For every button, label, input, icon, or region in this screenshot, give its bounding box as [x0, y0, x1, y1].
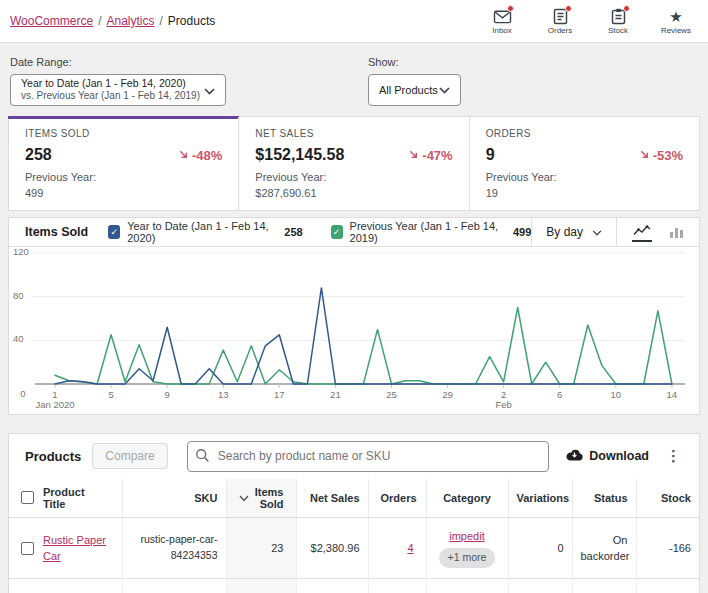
- card-previous-year: Previous Year:499: [25, 170, 222, 202]
- unread-badge: [507, 5, 514, 12]
- svg-text:21: 21: [330, 389, 341, 400]
- column-header-category[interactable]: Category: [426, 479, 508, 518]
- card-prev-label: Previous Year:: [486, 170, 683, 186]
- date-range-label: Date Range:: [10, 56, 226, 68]
- column-header-product-title[interactable]: Product Title: [9, 479, 122, 518]
- product-title-cell: Rustic Paper Car: [9, 517, 122, 578]
- stock-icon: [608, 7, 628, 25]
- category-more-badge[interactable]: +1 more: [439, 548, 496, 568]
- legend-value: 258: [284, 226, 302, 238]
- show-label: Show:: [368, 56, 461, 68]
- breadcrumb-item-woocommerce[interactable]: WooCommerce: [10, 14, 93, 28]
- orders-cell: 4: [368, 517, 426, 578]
- sku-cell: rustic-paper-car-84234353: [122, 517, 226, 578]
- summary-card-orders[interactable]: ORDERS9-53%Previous Year:19: [469, 117, 699, 210]
- column-header-items-sold[interactable]: Items Sold: [226, 479, 296, 518]
- line-chart-icon[interactable]: [632, 221, 652, 242]
- orders-icon: [550, 7, 570, 25]
- download-icon: [566, 449, 583, 464]
- column-header-sku[interactable]: SKU: [122, 479, 226, 518]
- products-title: Products: [25, 449, 81, 464]
- column-header-stock[interactable]: Stock: [636, 479, 699, 518]
- status-cell: On backorder: [572, 517, 636, 578]
- show-value: All Products: [379, 84, 438, 96]
- products-header: Products Compare Download ⋮: [9, 434, 699, 479]
- product-link[interactable]: Rustic Paper Car: [43, 532, 110, 565]
- card-label: ORDERS: [486, 128, 683, 139]
- search-input[interactable]: [187, 441, 550, 472]
- filters-row: Date Range: Year to Date (Jan 1 - Feb 14…: [0, 43, 708, 116]
- orders-link[interactable]: 4: [407, 542, 413, 554]
- checkbox-checked-icon: ✓: [108, 225, 120, 239]
- legend-label: Year to Date (Jan 1 - Feb 14, 2020): [127, 220, 274, 244]
- svg-text:29: 29: [442, 389, 453, 400]
- column-header-net-sales[interactable]: Net Sales: [296, 479, 368, 518]
- summary-card-net-sales[interactable]: NET SALES$152,145.58-47%Previous Year:$2…: [238, 117, 468, 210]
- table-menu-icon[interactable]: ⋮: [660, 447, 687, 465]
- legend-item-current[interactable]: ✓Year to Date (Jan 1 - Feb 14, 2020)258: [108, 220, 302, 244]
- compare-button[interactable]: Compare: [92, 443, 167, 469]
- card-prev-label: Previous Year:: [25, 170, 222, 186]
- orders-cell: 5: [368, 579, 426, 593]
- items-sold-cell: 21: [226, 579, 296, 593]
- card-delta-value: -47%: [422, 148, 452, 163]
- download-button[interactable]: Download: [566, 449, 649, 464]
- card-value: 9: [486, 146, 495, 164]
- card-delta-value: -53%: [653, 148, 683, 163]
- chart-plot-area: 408012001Jan 20205913172125292Feb61014: [9, 247, 699, 414]
- summary-card-items-sold[interactable]: ITEMS SOLD258-48%Previous Year:499: [9, 117, 238, 210]
- activity-label: Orders: [548, 26, 572, 35]
- card-value: 258: [25, 146, 52, 164]
- svg-text:17: 17: [274, 389, 285, 400]
- breadcrumb-item-products: Products: [168, 14, 215, 28]
- trend-down-icon: [639, 148, 650, 163]
- search-icon: [195, 448, 210, 467]
- date-range-filter: Date Range: Year to Date (Jan 1 - Feb 14…: [10, 56, 226, 106]
- activity-label: Inbox: [492, 26, 512, 35]
- card-delta-value: -48%: [192, 148, 222, 163]
- variations-cell: 0: [508, 579, 572, 593]
- chevron-down-icon: [204, 81, 215, 99]
- date-range-select[interactable]: Year to Date (Jan 1 - Feb 14, 2020) vs. …: [10, 74, 226, 106]
- show-filter: Show: All Products: [368, 56, 461, 106]
- card-value-row: 258-48%: [25, 146, 222, 164]
- date-range-compare: vs. Previous Year (Jan 1 - Feb 14, 2019): [21, 90, 200, 103]
- items-sold-chart: 408012001Jan 20205913172125292Feb61014: [9, 247, 699, 414]
- breadcrumb-item-analytics[interactable]: Analytics: [106, 14, 154, 28]
- interval-select[interactable]: By day: [531, 218, 616, 246]
- reviews-icon: ★: [666, 7, 686, 25]
- activity-stock[interactable]: Stock: [598, 7, 638, 35]
- category-cell: aperiam+1 more: [426, 579, 508, 593]
- card-delta: -47%: [408, 148, 452, 163]
- row-checkbox[interactable]: [21, 542, 34, 555]
- show-select[interactable]: All Products: [368, 74, 461, 106]
- select-all-checkbox[interactable]: [21, 491, 34, 504]
- product-title-cell: Mediocre Cotton Table: [9, 579, 122, 593]
- card-value-row: 9-53%: [486, 146, 683, 164]
- svg-text:40: 40: [13, 333, 24, 344]
- activity-orders[interactable]: Orders: [540, 7, 580, 35]
- svg-text:0: 0: [20, 388, 25, 399]
- products-panel: Products Compare Download ⋮ Product Titl…: [8, 433, 700, 593]
- card-label: ITEMS SOLD: [25, 128, 222, 139]
- inbox-icon: [492, 7, 512, 25]
- activity-inbox[interactable]: Inbox: [482, 7, 522, 35]
- card-prev-value: 19: [486, 186, 683, 202]
- category-cell: impedit+1 more: [426, 517, 508, 578]
- summary-cards: ITEMS SOLD258-48%Previous Year:499NET SA…: [8, 116, 700, 211]
- checkbox-checked-icon: ✓: [331, 225, 343, 239]
- card-prev-label: Previous Year:: [255, 170, 452, 186]
- activity-reviews[interactable]: ★Reviews: [656, 7, 696, 35]
- bar-chart-icon[interactable]: [669, 222, 684, 242]
- column-header-status[interactable]: Status: [572, 479, 636, 518]
- svg-text:25: 25: [386, 389, 397, 400]
- table-body: Rustic Paper Carrustic-paper-car-8423435…: [9, 517, 699, 593]
- svg-text:5: 5: [108, 389, 113, 400]
- table-row: Mediocre Cotton Tablemediocre-cotton-tab…: [9, 579, 699, 593]
- legend-item-previous[interactable]: ✓Previous Year (Jan 1 - Feb 14, 2019)499: [331, 220, 532, 244]
- chart-header: Items Sold ✓Year to Date (Jan 1 - Feb 14…: [9, 218, 699, 247]
- column-header-variations[interactable]: Variations: [508, 479, 572, 518]
- unread-badge: [623, 5, 630, 12]
- category-link[interactable]: impedit: [449, 530, 484, 542]
- column-header-orders[interactable]: Orders: [368, 479, 426, 518]
